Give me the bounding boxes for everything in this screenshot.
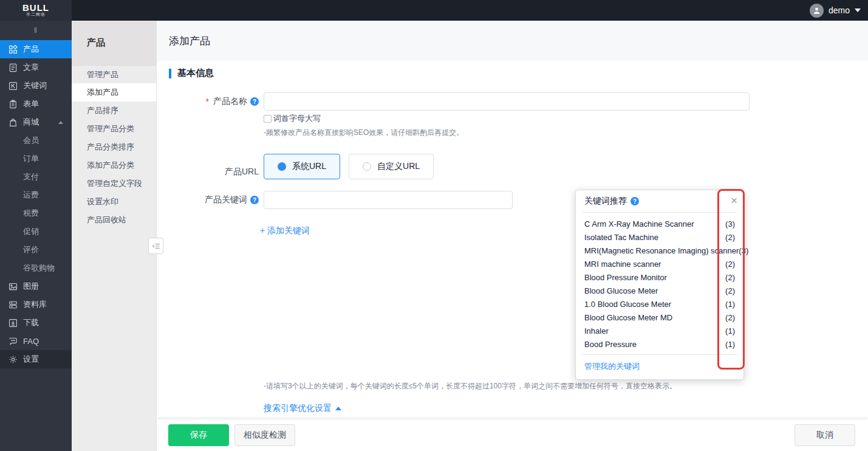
manage-keywords-link[interactable]: 管理我的关键词 xyxy=(584,362,640,371)
sidebar-item-label: 订单 xyxy=(23,153,39,164)
submenu-item-manage-products[interactable]: 管理产品 xyxy=(72,65,156,83)
sidebar-item-gallery[interactable]: 图册 xyxy=(0,277,72,295)
keywords-hint: -请填写3个以上的关键词，每个关键词的长度≤5个单词，长度不得超过100字符，单… xyxy=(264,381,677,391)
keyword-count: (3) xyxy=(739,246,748,255)
close-icon[interactable]: × xyxy=(731,194,737,207)
product-keywords-input[interactable] xyxy=(264,191,513,209)
sidebar-item-members[interactable]: 会员 xyxy=(0,131,72,150)
sidebar-item-label: 会员 xyxy=(23,135,39,146)
keyword-suggestion-item[interactable]: MRI machine scanner(2) xyxy=(584,257,735,270)
submenu-item-add-product[interactable]: 添加产品 xyxy=(72,83,156,102)
similarity-check-button[interactable]: 相似度检测 xyxy=(234,424,295,446)
sidebar-item-label: 评价 xyxy=(23,244,39,255)
system-url-option[interactable]: 系统URL xyxy=(264,154,340,179)
sidebar-item-label: 税费 xyxy=(23,208,39,219)
submenu-item-watermark[interactable]: 设置水印 xyxy=(72,193,156,211)
collapse-menu-icon xyxy=(152,242,160,250)
app-window: BULL 不二网络 demo ‖ 产品 文章 关键词 xyxy=(0,0,868,451)
sidebar-item-promotion[interactable]: 促销 xyxy=(0,222,72,241)
capitalize-checkbox[interactable] xyxy=(264,115,272,123)
keyword-count: (2) xyxy=(725,260,735,269)
option-label: 自定义URL xyxy=(377,161,420,172)
submenu-collapse-button[interactable] xyxy=(148,238,163,254)
submenu-item-manage-categories[interactable]: 管理产品分类 xyxy=(72,120,156,138)
chevron-up-icon xyxy=(58,121,63,124)
keyword-k-icon xyxy=(9,81,18,91)
sidebar-item-orders[interactable]: 订单 xyxy=(0,150,72,168)
sidebar-item-faq[interactable]: FAQ xyxy=(0,332,72,350)
chevron-down-icon xyxy=(855,9,861,12)
keyword-count: (3) xyxy=(725,219,735,229)
submenu-item-product-sort[interactable]: 产品排序 xyxy=(72,102,156,120)
sidebar-item-articles[interactable]: 文章 xyxy=(0,58,72,77)
sidebar-item-label: 图册 xyxy=(23,281,39,292)
keyword-suggestion-item[interactable]: MRI(Magnetic Resonance Imaging) scanner(… xyxy=(584,244,735,257)
sidebar-item-library[interactable]: 资料库 xyxy=(0,295,72,314)
form-content: 基本信息 * 产品名称 词首字母大写 -频繁修改产品名称直接影响SEO效果，请仔… xyxy=(157,61,868,419)
section-accent-bar xyxy=(169,69,171,78)
sidebar-item-label: 资料库 xyxy=(23,299,47,310)
keyword-suggestion-item[interactable]: C Arm X-Ray Machine Scanner(3) xyxy=(584,217,735,230)
capitalize-checkbox-label: 词首字母大写 xyxy=(273,113,321,124)
save-button[interactable]: 保存 xyxy=(168,424,229,446)
sidebar-item-reviews[interactable]: 评价 xyxy=(0,241,72,259)
help-icon[interactable] xyxy=(250,196,259,204)
product-url-label: 产品URL xyxy=(157,167,259,177)
keyword-suggestion-item[interactable]: Blood Glucose Meter(2) xyxy=(584,284,735,297)
keyword-suggestion-item[interactable]: 1.0 Blood Glucose Meter(1) xyxy=(584,297,735,311)
keyword-suggestion-list: C Arm X-Ray Machine Scanner(3) Isolated … xyxy=(576,213,743,354)
sidebar-item-mall[interactable]: 商城 xyxy=(0,113,72,131)
keyword-count: (2) xyxy=(725,313,735,322)
submenu-item-add-category[interactable]: 添加产品分类 xyxy=(72,156,156,174)
brand-logo[interactable]: BULL 不二网络 xyxy=(0,0,72,21)
form-clipboard-icon xyxy=(9,100,18,109)
help-icon[interactable] xyxy=(250,97,259,106)
footer-action-bar: 保存 相似度检测 取消 xyxy=(157,419,868,451)
keyword-suggestion-item[interactable]: Blood Pressure Monitor(2) xyxy=(584,270,735,284)
keyword-suggestion-item[interactable]: Bood Pressure(1) xyxy=(584,337,735,351)
keyword-suggestion-item[interactable]: Inhaler(1) xyxy=(584,324,735,337)
collapse-up-icon xyxy=(335,407,341,410)
url-type-options: 系统URL 自定义URL xyxy=(264,154,434,179)
keyword-suggestion-item[interactable]: Isolated Tac Machine(2) xyxy=(584,230,735,244)
product-name-label: * 产品名称 xyxy=(157,96,259,107)
logo-text: BULL xyxy=(22,4,49,12)
sidebar-item-products[interactable]: 产品 xyxy=(0,40,72,58)
sidebar-item-downloads[interactable]: 下载 xyxy=(0,314,72,332)
seo-settings-toggle[interactable]: 搜索引擎优化设置 xyxy=(264,403,341,414)
keyword-recommendation-popup: 关键词推荐 × C Arm X-Ray Machine Scanner(3) I… xyxy=(575,190,744,380)
submenu-panel: 产品 管理产品 添加产品 产品排序 管理产品分类 产品分类排序 添加产品分类 管… xyxy=(72,21,157,451)
keyword-count: (2) xyxy=(725,233,735,242)
label-text: 产品名称 xyxy=(213,96,247,107)
submenu-item-custom-fields[interactable]: 管理自定义字段 xyxy=(72,174,156,193)
sidebar-item-shipping[interactable]: 运费 xyxy=(0,186,72,204)
sidebar-item-settings[interactable]: 设置 xyxy=(0,350,72,368)
sidebar-item-label: 表单 xyxy=(23,98,39,109)
keyword-count: (1) xyxy=(725,326,735,336)
keyword-count: (1) xyxy=(725,340,735,349)
product-name-input[interactable] xyxy=(264,92,750,111)
sidebar-item-label: 促销 xyxy=(23,226,39,237)
gallery-image-icon xyxy=(9,282,18,291)
submenu-item-category-sort[interactable]: 产品分类排序 xyxy=(72,138,156,156)
user-menu[interactable]: demo xyxy=(810,0,861,21)
add-keyword-link[interactable]: + 添加关键词 xyxy=(260,226,310,236)
custom-url-option[interactable]: 自定义URL xyxy=(349,154,434,179)
cancel-button[interactable]: 取消 xyxy=(795,424,855,446)
submenu-item-recycle-bin[interactable]: 产品回收站 xyxy=(72,211,156,229)
sidebar-item-tax[interactable]: 税费 xyxy=(0,204,72,222)
keyword-suggestion-item[interactable]: Blood Glucose Meter MD(2) xyxy=(584,311,735,324)
sidebar-item-forms[interactable]: 表单 xyxy=(0,95,72,113)
sidebar-item-payment[interactable]: 支付 xyxy=(0,168,72,186)
sidebar-item-label: 文章 xyxy=(23,62,39,73)
help-icon[interactable] xyxy=(630,197,639,205)
sidebar-item-label: 运费 xyxy=(23,190,39,201)
sidebar-item-keywords[interactable]: 关键词 xyxy=(0,77,72,95)
sidebar-item-label: 支付 xyxy=(23,171,39,182)
submenu-title: 产品 xyxy=(72,21,156,65)
sidebar-item-google-shopping[interactable]: 谷歌购物 xyxy=(0,259,72,277)
product-keywords-label: 产品关键词 xyxy=(157,195,259,205)
sidebar-collapse-handle[interactable]: ‖ xyxy=(0,21,72,39)
article-icon xyxy=(9,63,18,72)
seo-settings-label: 搜索引擎优化设置 xyxy=(264,403,332,414)
